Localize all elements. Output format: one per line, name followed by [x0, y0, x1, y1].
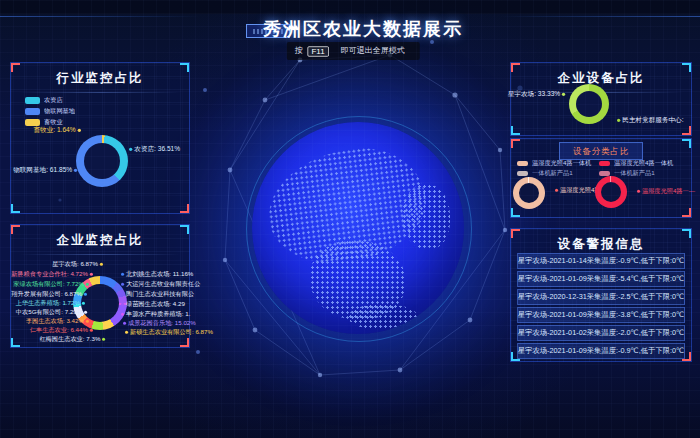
- callout-dot: [86, 319, 89, 322]
- callout-dot: [82, 301, 85, 304]
- industry-donut-chart[interactable]: [76, 135, 128, 187]
- callout-dot: [90, 328, 93, 331]
- legend-label: 一体机新产品1: [614, 169, 655, 178]
- f11-key-badge: F11: [307, 46, 328, 56]
- legend-label: 一体机新产品1: [532, 169, 573, 178]
- chart-callout: 绿苗园生态农场: 4.29: [121, 300, 185, 309]
- dashboard-screen: 秀洲区农业大数据展示 按 F11 即可退出全屏模式 行业监控占比 农资店 物联网…: [0, 0, 700, 438]
- chart-callout: 星宇农场: 6.87%: [52, 260, 103, 269]
- panel-device-classification: 设备分类占比 温湿度光照4路一体机 一体机新产品1 温湿度光照4路一— 温湿度光…: [510, 138, 692, 218]
- chart-callout: 温湿度光照4路一—: [637, 187, 695, 196]
- callout-dot: [84, 310, 87, 313]
- alarm-list-item: 星宇农场-2020-12-31采集温度:-2.5℃,低于下限:0℃: [517, 289, 685, 305]
- panel-title: 企业监控占比: [11, 225, 189, 249]
- chart-callout: 丰源水产种质养殖场: 1.: [121, 310, 190, 319]
- callout-dot: [123, 321, 126, 324]
- callout-dot: [121, 292, 124, 295]
- chart-callout: 新塍粮食专业合作社: 4.72%: [11, 270, 93, 279]
- divider: [19, 254, 181, 255]
- legend-swatch: [25, 108, 40, 115]
- callout-dot: [100, 262, 103, 265]
- callout-dot: [86, 282, 89, 285]
- legend-swatch: [517, 171, 528, 176]
- donut-hole: [519, 183, 539, 203]
- callout-dot: [121, 272, 124, 275]
- legend-swatch: [599, 161, 610, 166]
- top-strip: [0, 0, 700, 14]
- callout-dot: [74, 168, 77, 171]
- device-donut-chart[interactable]: [569, 84, 609, 124]
- chart-callout: 畜牧业: 1.64%: [34, 125, 81, 134]
- alarm-list-item: 星宇农场-2021-01-09采集温度:-3.8℃,低于下限:0℃: [517, 307, 685, 323]
- legend-swatch: [517, 161, 528, 166]
- chart-callout: 李园生态农场: 3.42%: [26, 317, 89, 326]
- callout-dot: [102, 337, 105, 340]
- chart-callout: 新硕生态农业有限公司: 6.87%: [125, 328, 213, 337]
- chart-callout: 家绿农场有限公司: 7.72%: [13, 280, 89, 289]
- panel-enterprise-ratio: 企业监控占比 星宇农场: 6.87% 新塍粮食专业合作社: 4.72% 家绿农场…: [10, 224, 190, 348]
- callout-dot: [129, 147, 132, 150]
- callout-dot: [121, 282, 124, 285]
- chart-callout: 农资店: 36.51%: [129, 144, 180, 153]
- page-title: 秀洲区农业大数据展示: [26, 17, 700, 41]
- panel-title: 设备警报信息: [511, 229, 691, 253]
- chart-callout: 翔升发展有限公司: 6.87%: [11, 290, 87, 299]
- callout-dot: [617, 118, 620, 121]
- panel-device-ratio: 企业设备占比 星宇农场: 33.33% 民主村党群服务中心:: [510, 62, 692, 136]
- classification-donut-left[interactable]: [513, 177, 545, 209]
- panel-title: 企业设备占比: [511, 63, 691, 87]
- chart-callout: 民主村党群服务中心:: [617, 115, 684, 124]
- chart-callout: 仁丰生态农业: 6.44%: [30, 326, 93, 335]
- chart-callout: 中农5G有限公司: 7.29%: [16, 308, 87, 317]
- donut-hole: [601, 182, 621, 202]
- donut-hole: [84, 143, 120, 179]
- legend-swatch: [25, 97, 40, 104]
- chart-callout: 成景花园音乐地: 15.02%: [123, 319, 196, 328]
- callout-dot: [637, 189, 640, 192]
- hint-suffix: 即可退出全屏模式: [340, 45, 404, 56]
- chart-callout: 陶门生态农业科技有限公: [121, 290, 194, 299]
- alarm-list-item: 星宇农场-2021-01-09采集温度:-0.9℃,低于下限:0℃: [517, 343, 685, 359]
- legend-swatch: [599, 171, 610, 176]
- chart-callout: 上华生态养殖场: 1.72%: [16, 299, 85, 308]
- alarm-list-item: 星宇农场-2021-01-02采集温度:-2.0℃,低于下限:0℃: [517, 325, 685, 341]
- chart-callout: 星宇农场: 33.33%: [507, 89, 565, 98]
- globe: [252, 122, 464, 334]
- callout-dot: [84, 292, 87, 295]
- fullscreen-hint: 按 F11 即可退出全屏模式: [287, 42, 420, 60]
- alarm-list-item: 星宇农场-2021-01-09采集温度:-5.4℃,低于下限:0℃: [517, 271, 685, 287]
- callout-dot: [121, 302, 124, 305]
- globe-continent-dots: [402, 184, 450, 250]
- chart-callout: 北刘姚生态农场: 11.16%: [121, 270, 193, 279]
- classification-donut-right[interactable]: [595, 176, 627, 208]
- callout-dot: [78, 128, 81, 131]
- chart-callout: 红梅园生态农业: 7.3%: [39, 335, 105, 344]
- panel-title: 行业监控占比: [11, 63, 189, 87]
- callout-dot: [562, 92, 565, 95]
- chart-callout: 物联网基地: 61.85%: [13, 165, 77, 174]
- panel-industry-ratio: 行业监控占比 农资店 物联网基地 畜牧业 畜牧业: 1.64% 农资店: 36.…: [10, 62, 190, 214]
- donut-hole: [576, 91, 602, 117]
- panel-device-alarms: 设备警报信息 星宇农场-2021-01-14采集温度:-0.9℃,低于下限:0℃…: [510, 228, 692, 362]
- chart-callout: 大运河生态牧业有限责任公: [121, 280, 200, 289]
- callout-dot: [555, 188, 558, 191]
- hint-prefix: 按: [295, 45, 303, 56]
- alarm-list-item: 星宇农场-2021-01-14采集温度:-0.9℃,低于下限:0℃: [517, 253, 685, 269]
- callout-dot: [125, 330, 128, 333]
- callout-dot: [121, 312, 124, 315]
- callout-dot: [90, 272, 93, 275]
